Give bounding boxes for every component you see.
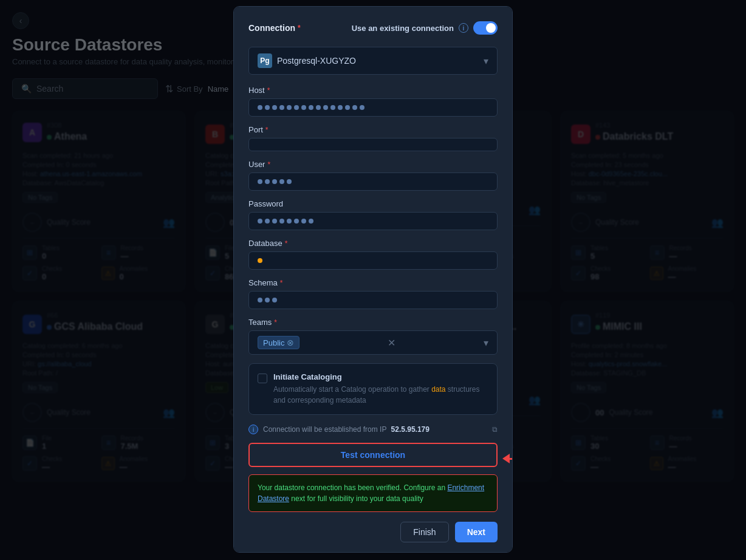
- ip-info-icon: i: [248, 425, 258, 434]
- teams-clear-icon[interactable]: ✕: [388, 337, 395, 349]
- schema-input[interactable]: [248, 291, 498, 309]
- use-existing-section: Use an existing connection i: [352, 21, 498, 35]
- highlight-data: data: [431, 385, 445, 394]
- port-input[interactable]: [248, 138, 498, 151]
- arrow-line: [510, 458, 513, 460]
- password-label: Password: [248, 199, 498, 208]
- port-label: Port *: [248, 125, 498, 134]
- teams-group: Teams * Public ⊗ ✕ ▾: [248, 318, 498, 355]
- user-group: User *: [248, 160, 498, 191]
- ip-notice-text: Connection will be established from IP 5…: [263, 425, 429, 434]
- teams-label: Teams *: [248, 318, 498, 327]
- info-icon[interactable]: i: [459, 23, 468, 33]
- required-asterisk: *: [298, 24, 301, 32]
- database-group: Database *: [248, 239, 498, 270]
- finish-button[interactable]: Finish: [400, 522, 448, 542]
- port-required: *: [265, 126, 269, 134]
- teams-dropdown-icon[interactable]: ▾: [484, 337, 488, 349]
- use-existing-label: Use an existing connection: [352, 24, 454, 33]
- schema-group: Schema *: [248, 278, 498, 309]
- team-tag: Public ⊗: [258, 336, 299, 349]
- modal-footer: Finish Next: [248, 522, 498, 542]
- initiate-desc: Automatically start a Catalog operation …: [273, 384, 488, 406]
- teams-input[interactable]: Public ⊗ ✕ ▾: [248, 330, 498, 355]
- chevron-down-icon: ▾: [484, 55, 488, 67]
- database-input[interactable]: [248, 251, 498, 270]
- ip-value: 52.5.95.179: [391, 425, 429, 434]
- initiate-checkbox-row: Initiate Cataloging Automatically start …: [258, 372, 488, 406]
- next-button[interactable]: Next: [455, 522, 498, 542]
- schema-required: *: [280, 279, 283, 287]
- host-group: Host *: [248, 86, 498, 117]
- initiate-title: Initiate Cataloging: [273, 372, 488, 381]
- port-group: Port *: [248, 125, 498, 151]
- user-label: User *: [248, 160, 498, 169]
- test-button-row: Test connection: [248, 443, 498, 474]
- connection-dropdown[interactable]: Pg Postgresql-XUGYZO ▾: [248, 47, 498, 75]
- copy-icon[interactable]: ⧉: [492, 425, 498, 434]
- use-existing-toggle[interactable]: [473, 21, 498, 35]
- team-value: Public: [263, 338, 284, 347]
- success-text: Your datastore connection has been verif…: [258, 483, 484, 503]
- postgresql-icon: Pg: [258, 53, 272, 68]
- database-required: *: [285, 239, 288, 248]
- teams-required: *: [274, 318, 277, 327]
- database-label: Database *: [248, 239, 498, 248]
- host-label: Host *: [248, 86, 498, 95]
- modal-overlay: Connection * Use an existing connection …: [0, 0, 746, 560]
- modal-header: Connection * Use an existing connection …: [248, 21, 498, 35]
- initiate-checkbox[interactable]: [258, 374, 267, 383]
- user-required: *: [267, 160, 270, 169]
- test-connection-button[interactable]: Test connection: [248, 443, 498, 467]
- success-message: Your datastore connection has been verif…: [248, 474, 498, 512]
- password-input[interactable]: [248, 212, 498, 230]
- ip-notice: i Connection will be established from IP…: [248, 425, 498, 434]
- connection-name: Postgresql-XUGYZO: [277, 56, 479, 66]
- initiate-cataloging-section: Initiate Cataloging Automatically start …: [248, 363, 498, 415]
- host-required: *: [267, 86, 270, 95]
- enrichment-link[interactable]: Enrichment Datastore: [258, 483, 484, 503]
- user-input[interactable]: [248, 172, 498, 191]
- schema-label: Schema *: [248, 278, 498, 287]
- host-input[interactable]: [248, 98, 498, 117]
- arrow-head: [502, 454, 510, 463]
- password-group: Password: [248, 199, 498, 230]
- team-remove-icon[interactable]: ⊗: [287, 338, 294, 347]
- red-arrow-annotation: [502, 454, 513, 463]
- modal-title: Connection *: [248, 23, 301, 33]
- connection-modal: Connection * Use an existing connection …: [233, 6, 513, 553]
